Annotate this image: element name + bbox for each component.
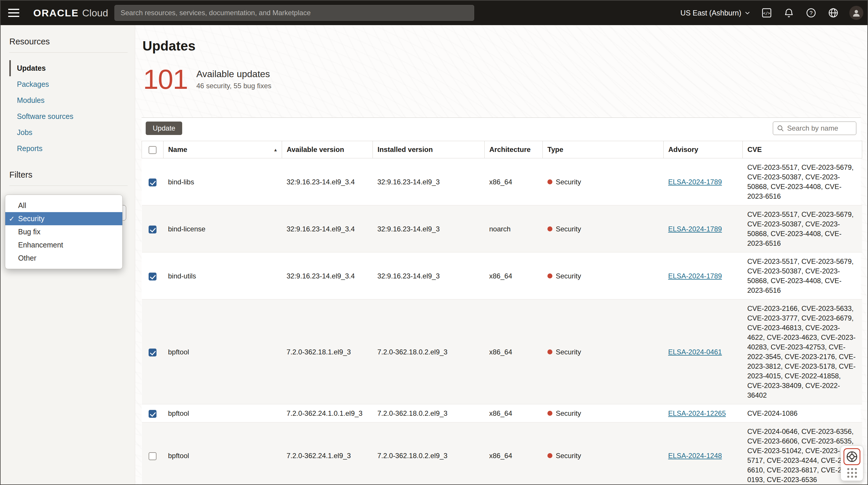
advisory-link[interactable]: ELSA-2024-1789 [668,272,722,280]
user-avatar[interactable] [849,6,863,20]
advisory-link[interactable]: ELSA-2024-1789 [668,225,722,233]
search-by-name-input[interactable] [787,124,852,132]
cell-available-version: 7.2.0-362.24.1.el9_3 [282,423,373,485]
security-dot-icon [548,274,552,279]
cell-installed-version: 32:9.16.23-14.el9_3 [373,252,485,299]
column-header-architecture[interactable]: Architecture [485,141,543,159]
sidebar: Resources UpdatesPackagesModulesSoftware… [1,25,135,484]
sidebar-nav: UpdatesPackagesModulesSoftware sourcesJo… [1,60,135,156]
cell-type: Security [543,159,663,205]
cell-cve: CVE-2023-5517, CVE-2023-5679, CVE-2023-5… [743,252,862,299]
cell-name: bpftool [163,423,282,485]
language-globe-icon[interactable] [827,7,839,19]
divider [9,52,128,53]
sidebar-item-packages[interactable]: Packages [9,76,135,92]
oracle-cloud-console: ORACLE Cloud US East (Ashburn) </> ? [0,0,868,485]
filters-title: Filters [9,170,135,180]
table-row[interactable]: bpftool 7.2.0-362.24.1.el9_3 7.2.0-362.1… [142,423,862,485]
hamburger-menu-icon[interactable] [8,7,22,19]
help-icon[interactable]: ? [805,7,817,19]
oracle-cloud-logo[interactable]: ORACLE Cloud [33,7,108,19]
update-button[interactable]: Update [146,121,182,135]
row-checkbox[interactable] [149,348,156,356]
column-header-type[interactable]: Type [543,141,663,159]
select-all-checkbox[interactable] [149,146,156,154]
table-row[interactable]: bpftool 7.2.0-362.18.1.el9_3 7.2.0-362.1… [142,299,862,404]
table-row[interactable]: bpftool 7.2.0-362.24.1.0.1.el9_3 7.2.0-3… [142,404,862,423]
assistant-buoy-icon[interactable] [843,448,860,465]
advisory-link[interactable]: ELSA-2024-1789 [668,178,722,186]
sidebar-item-modules[interactable]: Modules [9,92,135,108]
cell-available-version: 32:9.16.23-14.el9_3.4 [282,159,373,205]
row-checkbox[interactable] [149,410,156,418]
table-row[interactable]: bind-license 32:9.16.23-14.el9_3.4 32:9.… [142,205,862,252]
cell-cve: CVE-2023-5517, CVE-2023-5679, CVE-2023-5… [743,159,862,205]
row-checkbox[interactable] [149,452,156,460]
column-header-available-version[interactable]: Available version [282,141,373,159]
sidebar-item-reports[interactable]: Reports [9,141,135,156]
brand-oracle: ORACLE [33,7,79,19]
advisory-link[interactable]: ELSA-2024-1248 [668,452,722,460]
cell-architecture: x86_64 [485,252,543,299]
notifications-bell-icon[interactable] [783,7,795,19]
row-checkbox[interactable] [149,273,156,281]
cell-type: Security [543,423,663,485]
updates-table-section: Update Name▲ Available version Installed… [142,117,861,484]
filter-option-bug-fix[interactable]: Bug fix [5,225,122,238]
cell-installed-version: 32:9.16.23-14.el9_3 [373,159,485,205]
sidebar-item-software-sources[interactable]: Software sources [9,108,135,124]
cell-name: bind-utils [163,252,282,299]
sidebar-item-updates[interactable]: Updates [9,60,135,76]
page-title: Updates [143,38,867,54]
cell-architecture: x86_64 [485,404,543,423]
cell-advisory: ELSA-2024-12265 [663,404,743,423]
security-dot-icon [548,179,552,184]
table-row[interactable]: bind-utils 32:9.16.23-14.el9_3.4 32:9.16… [142,252,862,299]
sidebar-item-jobs[interactable]: Jobs [9,124,135,141]
sort-ascending-icon[interactable]: ▲ [273,147,278,152]
cell-installed-version: 7.2.0-362.18.0.2.el9_3 [373,404,485,423]
available-updates-label: Available updates [196,69,272,80]
filter-option-other[interactable]: Other [5,252,122,265]
region-label: US East (Ashburn) [681,9,741,17]
cell-type: Security [543,205,663,252]
cell-available-version: 7.2.0-362.24.1.0.1.el9_3 [282,404,373,423]
cell-advisory: ELSA-2024-1789 [663,205,743,252]
filter-option-all[interactable]: All [5,199,122,212]
devtools-icon[interactable]: </> [761,7,773,19]
cell-cve: CVE-2023-2166, CVE-2023-5633, CVE-2023-3… [743,299,862,404]
region-selector[interactable]: US East (Ashburn) [681,9,751,17]
cell-name: bind-libs [163,159,282,205]
cell-available-version: 7.2.0-362.18.1.el9_3 [282,299,373,404]
cell-cve: CVE-2024-1086 [743,404,862,423]
svg-text:?: ? [810,10,813,16]
row-checkbox[interactable] [149,226,156,233]
divider [9,186,128,186]
table-row[interactable]: bind-libs 32:9.16.23-14.el9_3.4 32:9.16.… [142,159,862,205]
cell-available-version: 32:9.16.23-14.el9_3.4 [282,252,373,299]
cell-installed-version: 7.2.0-362.18.0.2.el9_3 [373,423,485,485]
global-search-input[interactable] [115,5,474,21]
main-content: Updates 101 Available updates 46 securit… [135,25,867,484]
filter-option-security[interactable]: ✓Security [5,212,122,225]
column-header-name[interactable]: Name▲ [163,141,282,159]
drag-handle-dots[interactable] [847,468,857,478]
cell-installed-version: 32:9.16.23-14.el9_3 [373,205,485,252]
row-checkbox[interactable] [149,178,156,187]
column-header-installed-version[interactable]: Installed version [373,141,485,159]
column-header-advisory[interactable]: Advisory [663,141,743,159]
security-dot-icon [548,349,552,354]
column-header-cve[interactable]: CVE [743,141,862,159]
security-dot-icon [548,411,552,416]
table-toolbar: Update [142,118,861,141]
advisory-link[interactable]: ELSA-2024-12265 [668,409,726,417]
assistant-widget [841,446,863,481]
chevron-down-icon [744,10,751,16]
updates-table: Name▲ Available version Installed versio… [142,141,862,484]
name-search-box [773,121,856,135]
brand-cloud: Cloud [82,7,108,19]
filter-option-enhancement[interactable]: Enhancement [5,238,122,252]
advisory-link[interactable]: ELSA-2024-0461 [668,348,722,356]
cell-name: bind-license [163,205,282,252]
cell-cve: CVE-2023-5517, CVE-2023-5679, CVE-2023-5… [743,205,862,252]
